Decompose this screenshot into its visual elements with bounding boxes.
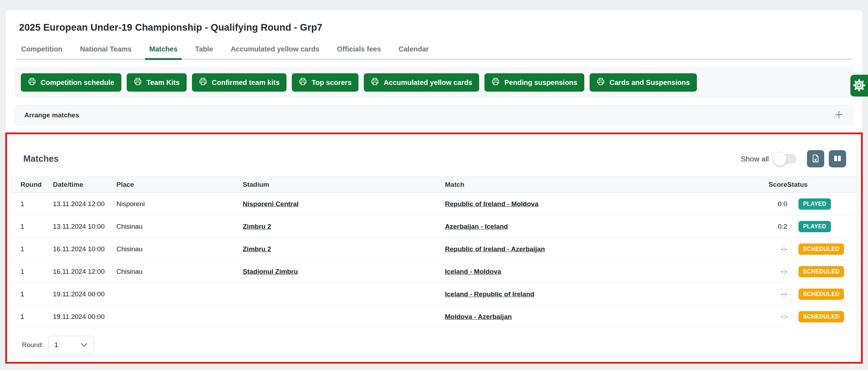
toggle-knob: [773, 152, 787, 166]
tab-label: National Teams: [80, 45, 132, 53]
stadium-link[interactable]: Zimbru 2: [243, 223, 445, 230]
print-button-label: Pending suspensions: [504, 79, 577, 87]
cell-score: 0:2: [755, 223, 787, 230]
stadium-link[interactable]: Nisporeni Central: [243, 200, 445, 208]
tab-table[interactable]: Table: [194, 45, 214, 58]
highlight-red-frame: Matches Show all: [5, 132, 863, 364]
stadium-link[interactable]: Stadionul Zimbru: [243, 268, 445, 276]
print-button-confirmed-team-kits[interactable]: Confirmed team kits: [192, 73, 287, 92]
tab-matches[interactable]: Matches: [149, 45, 178, 58]
tab-label: Table: [195, 45, 213, 53]
table-row: 1 16.11.2024 12:00 Chisinau Stadionul Zi…: [11, 260, 857, 283]
status-badge: PLAYED: [798, 221, 831, 232]
match-link[interactable]: Azerbaijan - Iceland: [445, 223, 755, 230]
print-button-label: Accumulated yellow cards: [384, 79, 472, 87]
printer-icon: [597, 78, 605, 87]
match-link[interactable]: Republic of Ireland - Moldova: [445, 200, 755, 208]
cell-place: Nisporeni: [116, 200, 243, 208]
match-link[interactable]: Republic of Ireland - Azerbaijan: [445, 245, 755, 253]
column-header-status: Status: [787, 181, 848, 189]
cell-datetime: 19.11.2024 00:00: [53, 290, 116, 298]
table-row: 1 19.11.2024 00:00 Moldova - Azerbaijan …: [11, 306, 857, 328]
print-button-top-scorers[interactable]: Top scorers: [292, 73, 358, 92]
status-badge: SCHEDULED: [798, 289, 844, 300]
cell-round: 1: [20, 290, 53, 298]
print-toolbar: Competition schedule Team Kits Confirmed…: [15, 68, 853, 97]
print-button-competition-schedule[interactable]: Competition schedule: [21, 73, 121, 92]
tab-bar: CompetitionNational TeamsMatchesTableAcc…: [16, 45, 852, 60]
printer-icon: [199, 78, 207, 87]
arrange-matches-panel[interactable]: Arrange matches: [15, 105, 853, 125]
round-select[interactable]: 1: [48, 336, 94, 354]
cell-round: 1: [20, 268, 53, 276]
print-button-cards-and-suspensions[interactable]: Cards and Suspensions: [590, 73, 697, 92]
table-columns-icon: [833, 154, 842, 164]
table-row: 1 16.11.2024 10:00 Chisinau Zimbru 2 Rep…: [11, 238, 857, 260]
print-button-label: Competition schedule: [41, 79, 114, 87]
column-header-place: Place: [116, 181, 243, 189]
cell-score: -:-: [755, 245, 787, 253]
status-badge-cell: SCHEDULED: [787, 266, 848, 277]
column-header-match: Match: [445, 181, 755, 189]
status-badge: SCHEDULED: [798, 243, 844, 255]
printer-icon: [299, 78, 307, 87]
print-button-accumulated-yellow-cards[interactable]: Accumulated yellow cards: [364, 73, 479, 92]
table-row: 1 13.11.2024 10:00 Chisinau Zimbru 2 Aze…: [11, 215, 857, 238]
tab-national-teams[interactable]: National Teams: [79, 45, 132, 58]
cell-score: -:-: [755, 268, 787, 276]
stadium-link[interactable]: Zimbru 2: [243, 245, 445, 253]
status-badge: SCHEDULED: [798, 311, 844, 322]
settings-fab-button[interactable]: [850, 75, 868, 97]
round-label: Round:: [22, 341, 43, 349]
column-header-stadium: Stadium: [243, 181, 445, 189]
cell-datetime: 19.11.2024 00:00: [53, 313, 116, 321]
table-row: 1 13.11.2024 12:00 Nisporeni Nisporeni C…: [11, 193, 857, 215]
matches-table: RoundDate/timePlaceStadiumMatchScoreStat…: [11, 177, 857, 328]
file-excel-icon: [811, 154, 820, 164]
print-button-label: Confirmed team kits: [212, 79, 279, 87]
status-badge-cell: SCHEDULED: [787, 243, 848, 255]
matches-card: Matches Show all: [11, 138, 857, 356]
plus-icon[interactable]: [834, 110, 844, 121]
print-button-label: Top scorers: [312, 79, 351, 87]
print-button-team-kits[interactable]: Team Kits: [127, 73, 187, 92]
printer-icon: [371, 78, 379, 87]
page-title: 2025 European Under-19 Championship - Qu…: [19, 22, 849, 33]
tab-officials-fees[interactable]: Officials fees: [336, 45, 382, 58]
status-badge-cell: SCHEDULED: [787, 311, 848, 322]
matches-header-row: Matches Show all: [11, 139, 857, 177]
column-header-score: Score: [755, 181, 787, 189]
match-link[interactable]: Iceland - Republic of Ireland: [445, 290, 755, 298]
tab-competition[interactable]: Competition: [20, 45, 63, 58]
printer-icon: [28, 78, 36, 87]
matches-heading: Matches: [23, 154, 59, 164]
cell-datetime: 13.11.2024 10:00: [53, 223, 116, 230]
table-columns-button[interactable]: [829, 150, 846, 167]
match-link[interactable]: Moldova - Azerbaijan: [445, 313, 755, 321]
cell-score: -:-: [755, 290, 787, 298]
printer-icon: [492, 78, 500, 87]
tab-calendar[interactable]: Calendar: [398, 45, 430, 58]
print-button-pending-suspensions[interactable]: Pending suspensions: [484, 73, 584, 92]
tab-label: Accumulated yellow cards: [231, 45, 319, 53]
printer-icon: [134, 78, 142, 87]
cell-score: 0:0: [755, 200, 787, 208]
status-badge: SCHEDULED: [798, 266, 844, 277]
cell-place: Chisinau: [116, 245, 243, 253]
column-header-round: Round: [20, 181, 53, 189]
tab-accumulated-yellow-cards[interactable]: Accumulated yellow cards: [230, 45, 320, 58]
status-badge-cell: SCHEDULED: [787, 289, 848, 300]
status-badge-cell: PLAYED: [787, 198, 848, 210]
export-excel-button[interactable]: [807, 150, 824, 167]
matches-table-body: 1 13.11.2024 12:00 Nisporeni Nisporeni C…: [11, 193, 857, 328]
cell-score: -:-: [755, 313, 787, 321]
matches-table-header: RoundDate/timePlaceStadiumMatchScoreStat…: [11, 177, 857, 193]
arrange-matches-title: Arrange matches: [24, 111, 79, 119]
match-link[interactable]: Iceland - Moldova: [445, 268, 755, 276]
chevron-down-icon: [81, 341, 88, 349]
column-header-date-time: Date/time: [53, 181, 116, 189]
cell-place: Chisinau: [116, 268, 243, 276]
cell-datetime: 16.11.2024 12:00: [53, 268, 116, 276]
show-all-toggle[interactable]: [774, 154, 796, 164]
tab-label: Matches: [149, 45, 177, 53]
